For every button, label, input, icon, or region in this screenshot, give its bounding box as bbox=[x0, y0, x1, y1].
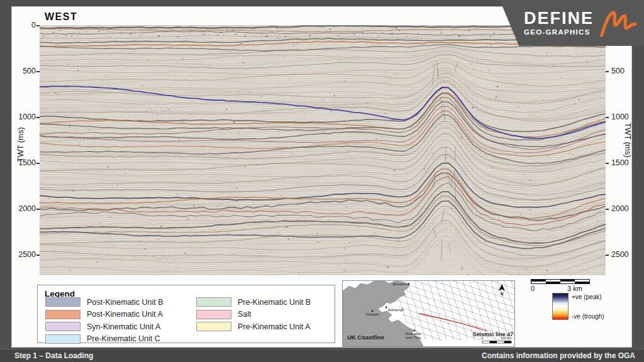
city-dot bbox=[408, 283, 410, 285]
legend-swatch bbox=[45, 322, 80, 331]
attribution-label: Contains information provided by the OGA bbox=[482, 351, 635, 360]
seismic-svg bbox=[40, 25, 606, 275]
twt-tickmark bbox=[36, 163, 40, 164]
legend-item: Syn-Kinematic Unit A bbox=[45, 322, 160, 331]
map-scale-max: 100 km bbox=[501, 336, 511, 340]
legend-item-label: Salt bbox=[238, 310, 252, 319]
scale-bar bbox=[531, 279, 590, 284]
location-map-panel: NAberdeenGlasgowEdinburghNewcastleupon T… bbox=[342, 280, 515, 347]
twt-tick-label: 500 bbox=[17, 67, 36, 75]
legend-panel: Legend Post-Kinematic Unit BPost-Kinemat… bbox=[37, 285, 335, 343]
twt-tickmark bbox=[606, 117, 609, 118]
map-caption: UK Coastline bbox=[347, 334, 384, 341]
amplitude-colorbar bbox=[552, 293, 569, 320]
logo-scribble-icon bbox=[599, 6, 638, 41]
city-dot bbox=[414, 330, 416, 332]
twt-tickmark bbox=[36, 117, 40, 118]
twt-tick-label: 0 bbox=[17, 21, 36, 30]
twt-tickmark bbox=[606, 209, 609, 210]
status-bar: Step 1 – Data Loading Contains informati… bbox=[0, 349, 644, 362]
map-scale-cell bbox=[490, 341, 497, 344]
legend-swatch bbox=[196, 322, 231, 331]
twt-tickmark bbox=[36, 25, 40, 26]
legend-item: Salt bbox=[196, 310, 252, 319]
twt-tick-label: 500 bbox=[611, 67, 636, 75]
twt-tick-label: 2500 bbox=[17, 250, 36, 259]
slide-background: WEST 05001000150020002500500100015002000… bbox=[0, 0, 644, 362]
legend-item: Pre-Kinematic Unit C bbox=[45, 334, 160, 344]
legend-item-label: Pre-Kinematic Unit B bbox=[238, 298, 311, 307]
city-label: Edinburgh bbox=[388, 308, 404, 312]
legend-swatch bbox=[196, 310, 231, 319]
seismic-grain-texture bbox=[40, 25, 606, 275]
legend-item-label: Pre-Kinematic Unit A bbox=[238, 322, 310, 331]
twt-axis-title-left: TWT (ms) bbox=[16, 126, 25, 163]
legend-item: Pre-Kinematic Unit A bbox=[196, 322, 310, 331]
legend-item-label: Pre-Kinematic Unit C bbox=[87, 334, 160, 343]
twt-axis-title-right: TWT (ms) bbox=[623, 121, 632, 159]
legend-item: Post-Kinematic Unit A bbox=[45, 310, 163, 319]
legend-swatch bbox=[45, 297, 80, 307]
scale-bar-distance: 3 km bbox=[567, 285, 582, 292]
seismic-section-image bbox=[40, 25, 606, 275]
twt-tickmark bbox=[606, 163, 609, 164]
map-scale-zero: 0 bbox=[482, 336, 484, 340]
figure-panel: WEST 05001000150020002500500100015002000… bbox=[11, 6, 632, 348]
city-dot bbox=[372, 310, 374, 312]
colorbar-peak-label: +ve (peak) bbox=[572, 293, 602, 300]
legend-item-label: Post-Kinematic Unit B bbox=[87, 298, 164, 307]
twt-tick-label: 2000 bbox=[17, 204, 36, 213]
legend-item-label: Post-Kinematic Unit A bbox=[87, 310, 163, 319]
legend-swatch bbox=[45, 334, 80, 344]
twt-tickmark bbox=[36, 71, 40, 72]
scale-bar-zero: 0 bbox=[531, 285, 535, 292]
twt-tick-label: 2000 bbox=[611, 204, 636, 213]
city-dot bbox=[386, 307, 387, 309]
twt-tick-label: 1000 bbox=[611, 112, 636, 121]
twt-tickmark bbox=[36, 209, 40, 210]
city-label: Aberdeen bbox=[392, 282, 408, 286]
twt-tick-label: 1500 bbox=[611, 158, 636, 167]
step-label: Step 1 – Data Loading bbox=[14, 351, 93, 360]
logo-title: DEFINE bbox=[524, 10, 594, 27]
twt-tick-label: 1000 bbox=[17, 112, 36, 121]
logo-subtitle: GEO-GRAPHICS bbox=[524, 28, 594, 36]
map-scale-cell bbox=[504, 341, 512, 344]
twt-tick-label: 2500 bbox=[611, 250, 636, 259]
legend-swatch bbox=[45, 310, 80, 319]
twt-tickmark bbox=[606, 255, 609, 256]
city-label: upon Tyne bbox=[405, 336, 421, 339]
twt-tickmark bbox=[606, 71, 609, 72]
north-label: N bbox=[501, 292, 504, 296]
legend-item: Pre-Kinematic Unit B bbox=[196, 297, 311, 307]
colorbar-trough-label: -ve (trough) bbox=[572, 313, 604, 320]
logo-text: DEFINE GEO-GRAPHICS bbox=[524, 10, 594, 36]
legend-swatch bbox=[196, 297, 231, 307]
twt-tickmark bbox=[36, 255, 40, 256]
city-label: Glasgow bbox=[365, 312, 379, 316]
west-direction-label: WEST bbox=[45, 11, 77, 23]
legend-item-label: Syn-Kinematic Unit A bbox=[87, 322, 160, 331]
legend-item: Post-Kinematic Unit B bbox=[45, 297, 164, 307]
